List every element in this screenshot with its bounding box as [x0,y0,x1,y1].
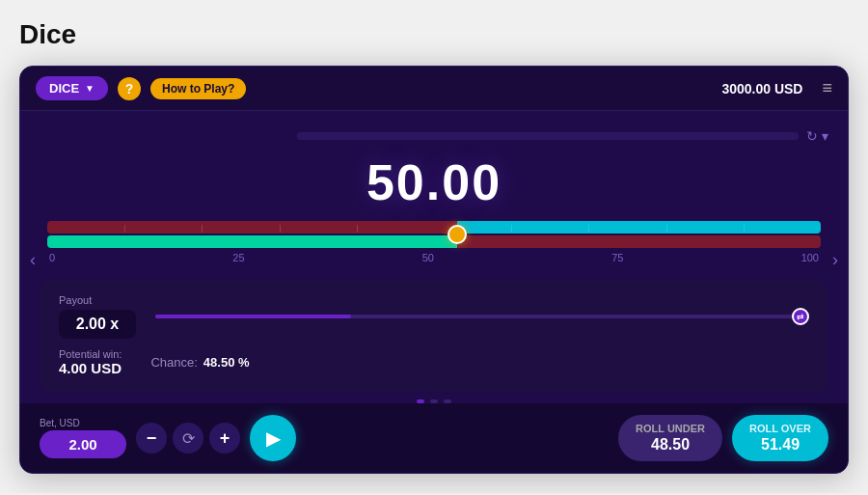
bet-plus-button[interactable]: + [209,423,240,454]
payout-slider-fill [155,315,351,318]
bar-dot-3[interactable] [444,399,451,403]
roll-under-button[interactable]: ROLL UNDER 48.50 [618,415,722,461]
menu-icon[interactable]: ≡ [822,78,832,98]
page-title: Dice [19,19,849,50]
help-icon[interactable]: ? [118,77,141,100]
bet-minus-button[interactable]: − [136,423,167,454]
bottom-bar: Bet, USD 2.00 − ⟳ + ▶ ROLL UNDER 48.50 R… [20,403,848,473]
potential-win-label: Potential win: [59,348,122,360]
payout-section: Payout 2.00 x [59,294,136,339]
track-bottom-left [47,235,457,248]
payout-slider-thumb[interactable]: ⇄ [792,308,809,325]
payout-label: Payout [59,294,136,306]
game-main: ↻ ▾ 50.00 [20,111,848,403]
bet-label: Bet, USD [40,418,126,428]
bet-section: Bet, USD 2.00 [40,418,126,458]
seed-refresh-button[interactable]: ↻ ▾ [806,128,828,144]
track-bottom-right [457,235,821,248]
scale-label-100: 100 [801,252,819,263]
balance-display: 3000.00 USD [721,81,802,96]
scale-label-0: 0 [49,252,55,263]
payout-slider-track: ⇄ [155,315,809,318]
bet-value[interactable]: 2.00 [40,430,126,458]
payout-slider[interactable]: ⇄ [155,315,809,318]
game-container: DICE ▼ ? How to Play? 3000.00 USD ≡ ↻ ▾ … [19,66,849,474]
bar-dot-1[interactable] [417,399,424,403]
bet-controls: − ⟳ + [136,423,240,454]
scale-label-25: 25 [232,252,244,263]
payout-value: 2.00 x [59,310,136,339]
track-under-right [457,221,821,234]
controls-row1: Payout 2.00 x ⇄ [59,294,809,339]
potential-win-section: Potential win: 4.00 USD [59,348,122,376]
slider-area: ‹ 0 25 50 75 100 › [47,221,821,263]
spin-icon: ▶ [266,426,281,450]
track-under-left [47,221,457,234]
dice-result-display: 50.00 [40,153,828,211]
roll-over-button[interactable]: ROLL OVER 51.49 [732,415,828,461]
game-header: DICE ▼ ? How to Play? 3000.00 USD ≡ [20,67,848,111]
payout-slider-arrows-icon: ⇄ [797,312,804,321]
roll-over-value: 51.49 [761,436,800,454]
roll-over-label: ROLL OVER [749,423,811,434]
scale-arrow-right[interactable]: › [832,250,838,270]
seed-bar-row: ↻ ▾ [40,128,828,144]
seed-bar [297,132,799,140]
roll-under-label: ROLL UNDER [636,423,705,434]
game-selector-label: DICE [49,81,79,96]
auto-spin-button[interactable]: ▶ [250,415,296,461]
chance-value: 48.50 % [203,355,250,370]
refresh-icon: ↻ [806,128,818,144]
game-selector[interactable]: DICE ▼ [36,76,108,100]
bet-cycle-button[interactable]: ⟳ [173,423,203,454]
chevron-down-icon: ▼ [85,83,95,94]
scale-arrow-left[interactable]: ‹ [30,250,36,270]
chance-label: Chance: [150,355,197,370]
slider-track[interactable] [47,221,821,248]
scale-row: ‹ 0 25 50 75 100 › [47,252,821,263]
potential-win-value: 4.00 USD [59,360,122,376]
chance-section: Chance: 48.50 % [150,355,249,370]
roll-under-value: 48.50 [651,436,690,454]
bar-dot-2[interactable] [430,399,438,403]
slider-thumb[interactable] [448,225,467,244]
how-to-play-button[interactable]: How to Play? [150,78,246,99]
controls-row2: Potential win: 4.00 USD Chance: 48.50 % [59,348,809,376]
refresh-chevron-icon: ▾ [822,128,828,144]
scale-label-75: 75 [611,252,623,263]
controls-panel: Payout 2.00 x ⇄ Potential win: 4.00 USD [40,281,828,392]
scale-label-50: 50 [422,252,434,263]
